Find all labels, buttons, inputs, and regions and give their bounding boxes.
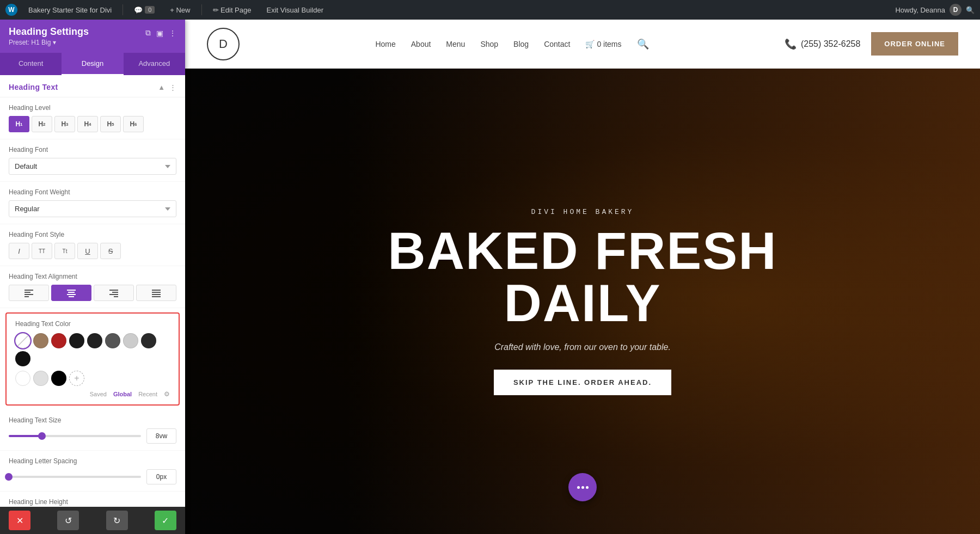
text-size-slider-thumb[interactable] (38, 432, 46, 440)
tab-advanced[interactable]: Advanced (124, 53, 185, 75)
h3-btn[interactable]: H3 (54, 116, 75, 132)
redo-button[interactable]: ↻ (106, 511, 128, 530)
save-button[interactable]: ✓ (155, 511, 176, 530)
site-header-right: 📞 (255) 352-6258 ORDER ONLINE (785, 32, 958, 56)
text-size-slider-track[interactable] (9, 435, 141, 437)
hero-cta-button[interactable]: SKIP THE LINE. ORDER AHEAD. (494, 370, 671, 395)
undo-button[interactable]: ↺ (57, 511, 79, 530)
bottom-bar: ✕ ↺ ↻ ✓ (0, 507, 185, 534)
nav-contact[interactable]: Contact (544, 40, 570, 48)
main-layout: Heading Settings Preset: H1 Big ▾ ⧉ ▣ ⋮ … (0, 20, 980, 534)
heading-font-select[interactable]: Default (9, 158, 176, 175)
nav-search-icon[interactable]: 🔍 (637, 38, 649, 50)
color-swatch-near-black2[interactable] (15, 351, 30, 366)
nav-shop[interactable]: Shop (480, 40, 498, 48)
color-tab-saved[interactable]: Saved (90, 391, 107, 397)
color-swatch-add-btn[interactable]: + (69, 371, 84, 386)
align-left-btn[interactable] (9, 285, 49, 301)
tab-content[interactable]: Content (0, 53, 62, 75)
comment-count-item[interactable]: 💬 0 (130, 6, 159, 14)
align-justify-btn[interactable] (136, 285, 176, 301)
uppercase-btn[interactable]: TT (32, 243, 52, 259)
letter-spacing-slider-track[interactable] (9, 476, 141, 478)
letter-spacing-slider-thumb[interactable] (5, 473, 13, 481)
panel-header: Heading Settings Preset: H1 Big ▾ ⧉ ▣ ⋮ (0, 20, 185, 53)
color-tab-settings-icon[interactable]: ⚙ (164, 390, 170, 398)
edit-page-link[interactable]: ✏ Edit Page (209, 6, 256, 14)
panel-title: Heading Settings (9, 26, 89, 38)
h5-btn[interactable]: H5 (100, 116, 121, 132)
color-swatch-pure-black[interactable] (51, 371, 66, 386)
nav-menu[interactable]: Menu (446, 40, 465, 48)
heading-level-buttons: H1 H2 H3 H4 H5 H6 (9, 116, 176, 132)
dot1 (577, 486, 580, 489)
floating-action-button[interactable] (568, 473, 597, 501)
h4-btn[interactable]: H4 (77, 116, 98, 132)
svg-rect-13 (152, 292, 161, 293)
tab-design[interactable]: Design (62, 53, 123, 75)
heading-font-label: Heading Font (9, 146, 176, 154)
order-online-button[interactable]: ORDER ONLINE (871, 32, 958, 56)
color-swatch-black2[interactable] (87, 333, 102, 348)
h2-btn[interactable]: H2 (32, 116, 52, 132)
heading-text-size-label: Heading Text Size (9, 416, 176, 424)
color-tab-global[interactable]: Global (113, 391, 132, 397)
svg-rect-3 (24, 296, 29, 297)
panel-copy-icon[interactable]: ⧉ (145, 28, 151, 38)
color-swatch-red[interactable] (51, 333, 66, 348)
panel-preset[interactable]: Preset: H1 Big ▾ (9, 39, 89, 46)
nav-about[interactable]: About (411, 40, 431, 48)
user-avatar[interactable]: D (950, 4, 961, 16)
svg-rect-1 (24, 292, 30, 293)
h1-btn[interactable]: H1 (9, 116, 29, 132)
svg-rect-6 (67, 294, 76, 295)
nav-home[interactable]: Home (375, 40, 395, 48)
color-swatch-white[interactable] (15, 371, 30, 386)
admin-search-icon[interactable]: 🔍 (966, 6, 975, 14)
section-options-icon[interactable]: ⋮ (169, 83, 176, 91)
color-swatch-off-white[interactable] (33, 371, 48, 386)
svg-rect-15 (152, 296, 161, 297)
underline-btn[interactable]: U (77, 243, 98, 259)
color-swatch-transparent[interactable] (15, 333, 30, 348)
align-right-btn[interactable] (94, 285, 134, 301)
heading-font-weight-select[interactable]: Regular (9, 200, 176, 217)
wp-logo-icon[interactable]: W (5, 4, 17, 16)
heading-font-style-label: Heading Font Style (9, 231, 176, 238)
svg-rect-5 (68, 292, 75, 293)
color-swatch-dark-gray[interactable] (105, 333, 120, 348)
text-size-slider-control: 8vw (9, 428, 176, 444)
svg-rect-2 (24, 294, 33, 295)
capitalize-btn[interactable]: Tt (54, 243, 75, 259)
exit-visual-builder-link[interactable]: Exit Visual Builder (262, 6, 328, 14)
admin-bar-sep1 (122, 4, 123, 15)
site-name-link[interactable]: Bakery Starter Site for Divi (24, 6, 116, 14)
hero-description: Crafted with love, from our oven to your… (494, 342, 671, 352)
color-tab-recent[interactable]: Recent (138, 391, 157, 397)
cancel-button[interactable]: ✕ (9, 511, 30, 530)
nav-blog[interactable]: Blog (513, 40, 529, 48)
phone-number: (255) 352-6258 (801, 39, 860, 49)
align-center-btn[interactable] (51, 285, 91, 301)
color-swatch-near-black1[interactable] (141, 333, 156, 348)
heading-font-style-row: Heading Font Style I TT Tt U S (0, 224, 185, 266)
section-collapse-icon[interactable]: ▲ (158, 83, 165, 91)
new-item-link[interactable]: + New (166, 6, 194, 14)
heading-letter-spacing-label: Heading Letter Spacing (9, 457, 176, 465)
nav-cart[interactable]: 🛒 0 items (585, 40, 621, 48)
color-swatch-tan[interactable] (33, 333, 48, 348)
color-swatch-light-gray[interactable] (123, 333, 138, 348)
text-size-input[interactable]: 8vw (146, 428, 176, 444)
italic-btn[interactable]: I (9, 243, 29, 259)
svg-rect-12 (152, 290, 161, 291)
site-header: D Home About Menu Shop Blog Contact 🛒 0 … (185, 20, 980, 69)
svg-line-16 (16, 334, 30, 348)
panel-layout-icon[interactable]: ▣ (156, 29, 163, 38)
color-swatch-black1[interactable] (69, 333, 84, 348)
h6-btn[interactable]: H6 (123, 116, 144, 132)
letter-spacing-input[interactable]: 0px (146, 469, 176, 484)
panel-more-icon[interactable]: ⋮ (169, 29, 176, 38)
strikethrough-btn[interactable]: S (100, 243, 121, 259)
heading-text-size-row: Heading Text Size 8vw (0, 410, 185, 451)
admin-bar-sep2 (201, 4, 202, 15)
